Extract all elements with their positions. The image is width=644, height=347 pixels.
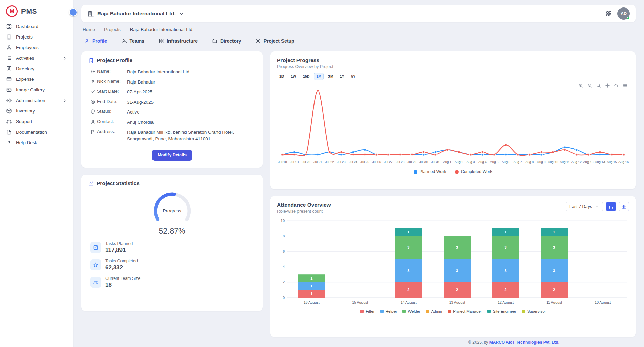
- svg-text:3: 3: [407, 245, 409, 250]
- footer-company-link[interactable]: MARCO AIoT Technologies Pvt. Ltd.: [489, 340, 559, 345]
- legend-item-site-engineer[interactable]: Site Engineer: [487, 309, 516, 313]
- chevron-right-icon: [62, 98, 67, 103]
- tab-bar: ProfileTeamsInfrastructureDirectoryProje…: [81, 35, 636, 47]
- svg-text:1: 1: [553, 230, 555, 234]
- sidebar-collapse-button[interactable]: [69, 8, 77, 16]
- tab-project-setup[interactable]: Project Setup: [255, 36, 295, 47]
- legend-item-supervisor[interactable]: Supervisor: [522, 309, 546, 313]
- range-15d-button[interactable]: 15D: [301, 73, 312, 80]
- left-column: Project Profile Name:Raja Bahadur Intern…: [81, 51, 263, 311]
- svg-text:12 August: 12 August: [498, 300, 514, 304]
- svg-text:Aug 10: Aug 10: [548, 160, 558, 164]
- attendance-chart[interactable]: 024681011116 August15 August233114 Augus…: [277, 217, 629, 308]
- svg-text:Jul 31: Jul 31: [431, 160, 439, 164]
- field-label: Name:: [97, 69, 127, 74]
- sidebar-item-help-desk[interactable]: Help Desk: [0, 137, 73, 148]
- stat-item-tasks-planned: Tasks Planned117,891: [90, 241, 254, 254]
- svg-text:1: 1: [310, 284, 312, 288]
- sidebar-item-documentation[interactable]: Documentation: [0, 127, 73, 137]
- profile-field-end-date-: End Date:31-Aug-2025: [88, 97, 256, 107]
- company-selector[interactable]: Raja Bahadur International Ltd.: [87, 11, 184, 17]
- field-label: Address:: [97, 129, 127, 134]
- project-statistics-card: Project Statistics Prog: [81, 175, 263, 311]
- chart-view-toggle[interactable]: [606, 202, 616, 211]
- range-1m-button[interactable]: 1M: [314, 73, 324, 80]
- date-range-select[interactable]: Last 7 Days: [566, 202, 603, 211]
- chart-toolbar: [578, 83, 628, 88]
- progress-card-title: Project Progress: [277, 57, 629, 63]
- profile-card-title: Project Profile: [88, 57, 256, 63]
- sidebar-item-dashboard[interactable]: Dashboard: [0, 21, 73, 32]
- legend-label: Fitter: [366, 309, 374, 313]
- svg-text:11 August: 11 August: [546, 300, 562, 304]
- home-icon[interactable]: [614, 83, 619, 88]
- sidebar-item-image-gallery[interactable]: Image Gallery: [0, 85, 73, 95]
- app-logo[interactable]: M PMS: [0, 0, 73, 21]
- check-square-icon: [93, 245, 98, 250]
- directory-icon: [6, 66, 12, 72]
- legend-item-planned-work[interactable]: Planned Work: [414, 169, 446, 174]
- sidebar-item-label: Inventory: [16, 108, 67, 114]
- breadcrumb-item-raja-bahadur-international-ltd-[interactable]: Raja Bahadur International Ltd.: [130, 27, 194, 32]
- legend-item-admin[interactable]: Admin: [426, 309, 442, 313]
- zoom-out-icon[interactable]: [587, 83, 592, 88]
- attendance-controls: Last 7 Days: [566, 202, 629, 211]
- star-icon: [93, 262, 98, 268]
- expense-icon: [6, 76, 12, 82]
- sidebar-item-label: Image Gallery: [16, 87, 67, 92]
- svg-text:Jul 18: Jul 18: [278, 160, 287, 164]
- tab-directory[interactable]: Directory: [211, 36, 242, 47]
- zoom-in-icon[interactable]: [578, 83, 583, 88]
- sidebar-item-support[interactable]: Support: [0, 116, 73, 127]
- sidebar-item-inventory[interactable]: Inventory: [0, 106, 73, 116]
- range-1d-button[interactable]: 1D: [277, 73, 286, 80]
- field-value: Raja Bahadur Mill Rd, behind Sheraton Gr…: [127, 129, 256, 142]
- breadcrumb: HomeProjectsRaja Bahadur International L…: [83, 27, 634, 32]
- svg-text:15 August: 15 August: [352, 300, 368, 304]
- profile-field-address-: Address:Raja Bahadur Mill Rd, behind She…: [88, 127, 256, 144]
- profile-field-name-: Name:Raja Bahadur International Ltd.: [88, 67, 256, 77]
- administration-icon: [6, 97, 12, 103]
- sidebar-item-label: Documentation: [16, 130, 67, 135]
- range-1w-button[interactable]: 1W: [288, 73, 299, 80]
- modify-details-button[interactable]: Modify Details: [152, 150, 192, 161]
- table-view-toggle[interactable]: [619, 202, 629, 211]
- selection-zoom-icon[interactable]: [596, 83, 601, 88]
- apps-grid-icon[interactable]: [606, 11, 612, 17]
- legend-item-fitter[interactable]: Fitter: [360, 309, 374, 313]
- range-5y-button[interactable]: 5Y: [349, 73, 358, 80]
- avatar[interactable]: AD: [617, 7, 630, 20]
- dashboard-icon: [6, 24, 12, 29]
- legend-item-completed-work[interactable]: Completed Work: [455, 169, 493, 174]
- project-progress-chart[interactable]: Jul 18Jul 19Jul 20Jul 21Jul 22Jul 23Jul …: [277, 83, 629, 169]
- legend-item-project-manager[interactable]: Project Manager: [448, 309, 482, 313]
- stat-value: 117,891: [105, 247, 133, 254]
- right-column: Project Progress Progress Overview by Pr…: [270, 51, 636, 345]
- folder-icon: [212, 38, 218, 44]
- svg-text:Jul 23: Jul 23: [337, 160, 345, 164]
- sidebar-item-employees[interactable]: Employees: [0, 42, 73, 53]
- attendance-header: Attendance Overview Role-wise present co…: [277, 202, 629, 214]
- breadcrumb-item-home[interactable]: Home: [83, 27, 95, 32]
- tab-profile[interactable]: Profile: [83, 36, 108, 47]
- svg-text:Jul 24: Jul 24: [349, 160, 357, 164]
- sidebar-item-directory[interactable]: Directory: [0, 63, 73, 74]
- profile-field-contact-: Contact:Anuj Chordia: [88, 117, 256, 127]
- sidebar-item-activities[interactable]: Activities: [0, 53, 73, 63]
- range-1y-button[interactable]: 1Y: [338, 73, 347, 80]
- legend-item-welder[interactable]: Welder: [402, 309, 420, 313]
- sidebar-item-administration[interactable]: Administration: [0, 95, 73, 106]
- sidebar-item-projects[interactable]: Projects: [0, 32, 73, 42]
- svg-text:Aug 12: Aug 12: [571, 160, 582, 164]
- sidebar-item-label: Activities: [16, 56, 58, 61]
- stat-item-tasks-completed: Tasks Completed62,332: [90, 259, 254, 271]
- tab-infrastructure[interactable]: Infrastructure: [158, 36, 198, 47]
- time-range-buttons: 1D1W15D1M3M1Y5Y: [277, 73, 629, 80]
- range-3m-button[interactable]: 3M: [326, 73, 336, 80]
- breadcrumb-item-projects[interactable]: Projects: [104, 27, 121, 32]
- menu-icon[interactable]: [623, 83, 628, 88]
- tab-teams[interactable]: Teams: [121, 36, 145, 47]
- pan-icon[interactable]: [605, 83, 610, 88]
- legend-item-helper[interactable]: Helper: [380, 309, 397, 313]
- sidebar-item-expense[interactable]: Expense: [0, 74, 73, 85]
